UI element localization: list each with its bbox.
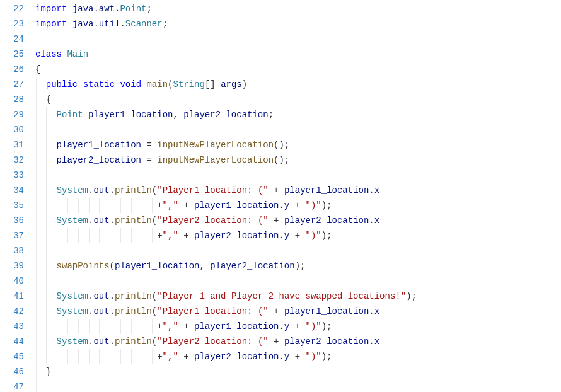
code-line[interactable]: [35, 122, 561, 137]
indent-guide: [46, 274, 47, 289]
line-number: 34: [0, 183, 24, 198]
indent-guide: [67, 349, 68, 364]
line-number: 29: [0, 107, 24, 122]
indent-guide: [99, 349, 100, 364]
token-p: .: [369, 337, 374, 347]
token-p: .: [279, 200, 284, 210]
code-line[interactable]: class Main: [35, 47, 561, 62]
indent-guide: [36, 228, 37, 243]
indent-guide: [46, 243, 47, 258]
token-p: .: [110, 337, 115, 347]
token-id: out: [93, 337, 109, 347]
code-line[interactable]: System.out.println("Player1 location: ("…: [35, 304, 561, 319]
token-p: +: [269, 216, 284, 226]
token-m: println: [115, 291, 152, 301]
token-id: player1_location: [115, 261, 199, 271]
indent-guide: [67, 198, 68, 213]
code-line[interactable]: +"," + player1_location.y + ")");: [35, 198, 561, 213]
code-line[interactable]: player2_location = inputNewPlayerLocatio…: [35, 153, 561, 168]
indent-guide: [120, 319, 121, 334]
token-id: player1_location: [284, 306, 369, 316]
indent: [35, 319, 157, 334]
line-number: 39: [0, 258, 24, 274]
indent: [35, 334, 57, 349]
token-p: +: [289, 352, 305, 362]
code-line[interactable]: {: [35, 62, 561, 77]
indent-guide: [142, 349, 142, 364]
token-k: static: [83, 79, 115, 89]
line-number: 28: [0, 92, 24, 107]
line-number: 24: [0, 32, 24, 47]
token-p: (: [110, 261, 115, 271]
line-number: 37: [0, 228, 24, 243]
indent-guide: [120, 228, 121, 243]
indent: [35, 349, 157, 364]
code-line[interactable]: import java.util.Scanner;: [35, 16, 561, 32]
indent: [35, 77, 46, 92]
token-id: y: [284, 352, 289, 362]
token-p: +: [157, 321, 162, 331]
line-number: 31: [0, 137, 24, 153]
indent-guide: [78, 228, 79, 243]
code-line[interactable]: System.out.println("Player2 location: ("…: [35, 334, 561, 349]
token-p: .: [369, 185, 374, 195]
indent-guide: [120, 198, 121, 213]
code-line[interactable]: }: [35, 364, 561, 379]
code-line[interactable]: import java.awt.Point;: [35, 1, 561, 16]
indent-guide: [46, 198, 47, 213]
code-line[interactable]: +"," + player2_location.y + ")");: [35, 228, 561, 243]
code-line[interactable]: System.out.println("Player2 location: ("…: [35, 213, 561, 228]
code-line[interactable]: +"," + player2_location.y + ")");: [35, 349, 561, 364]
code-line[interactable]: [35, 379, 561, 392]
code-editor[interactable]: 2223242526272829303132333435363738394041…: [0, 0, 561, 392]
line-number: 47: [0, 379, 24, 392]
code-line[interactable]: System.out.println("Player 1 and Player …: [35, 289, 561, 304]
code-line[interactable]: [35, 243, 561, 258]
token-p: .: [110, 306, 115, 316]
indent: [35, 168, 57, 183]
token-m: inputNewPlayerLocation: [157, 140, 274, 150]
token-p: +: [178, 200, 194, 210]
indent-guide: [57, 198, 57, 213]
token-p: +: [269, 185, 284, 195]
code-line[interactable]: swapPoints(player1_location, player2_loc…: [35, 258, 561, 274]
indent-guide: [46, 153, 47, 168]
token-id: awt: [99, 4, 115, 14]
token-id: player1_location: [284, 185, 369, 195]
token-id: player2_location: [194, 352, 279, 362]
code-line[interactable]: public static void main(String[] args): [35, 77, 561, 92]
token-p: +: [289, 200, 305, 210]
token-s: ")": [305, 231, 321, 241]
token-p: +: [269, 306, 284, 316]
code-line[interactable]: Point player1_location, player2_location…: [35, 107, 561, 122]
indent-guide: [131, 319, 132, 334]
code-area[interactable]: import java.awt.Point;import java.util.S…: [35, 0, 561, 392]
indent-guide: [57, 349, 57, 364]
code-line[interactable]: [35, 32, 561, 47]
line-number: 36: [0, 213, 24, 228]
indent-guide: [142, 319, 142, 334]
token-p: .: [110, 185, 115, 195]
token-p: (: [152, 291, 157, 301]
token-p: ): [242, 79, 247, 89]
indent-guide: [46, 349, 47, 364]
token-p: +: [178, 231, 194, 241]
indent-guide: [36, 349, 37, 364]
code-line[interactable]: player1_location = inputNewPlayerLocatio…: [35, 137, 561, 153]
code-line[interactable]: [35, 168, 561, 183]
code-line[interactable]: System.out.println("Player1 location: ("…: [35, 183, 561, 198]
indent-guide: [46, 137, 47, 153]
token-m: inputNewPlayerLocation: [157, 155, 274, 165]
code-line[interactable]: +"," + player1_location.y + ")");: [35, 319, 561, 334]
code-line[interactable]: {: [35, 92, 561, 107]
indent-guide: [89, 349, 90, 364]
code-line[interactable]: [35, 274, 561, 289]
token-id: player2_location: [183, 110, 268, 120]
token-t: Point: [57, 110, 83, 120]
token-p: );: [321, 321, 332, 331]
token-p: .: [369, 306, 374, 316]
indent-guide: [99, 228, 100, 243]
token-p: ();: [274, 140, 289, 150]
indent-guide: [110, 228, 110, 243]
indent: [35, 289, 57, 304]
